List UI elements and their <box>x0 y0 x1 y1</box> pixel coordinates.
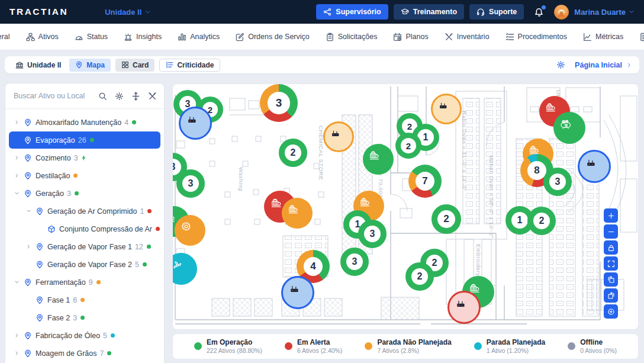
tree-item-fabricacao-de-oleo[interactable]: Fabricação de Óleo5 <box>9 327 160 344</box>
router-marker[interactable] <box>281 276 314 309</box>
chevron-down-icon[interactable] <box>12 191 21 196</box>
pin-icon <box>22 172 33 180</box>
tab-ativos[interactable]: Ativos <box>26 33 59 41</box>
bearing-marker[interactable] <box>175 215 205 246</box>
asset-group-marker[interactable]: 3 <box>176 169 205 198</box>
tab-metricas[interactable]: Métricas <box>583 33 623 41</box>
tree-item-evaporacao[interactable]: Evaporação26 <box>9 131 160 149</box>
router-marker[interactable] <box>323 121 354 152</box>
asset-group-marker[interactable]: 3 <box>543 168 572 196</box>
legend-item-parada-planejada: Parada Planejada1 Ativo (1.20%) <box>474 338 545 355</box>
unit-breadcrumb[interactable]: Unidade II <box>12 59 65 72</box>
tools-icon[interactable] <box>148 92 157 101</box>
tree-item-fase-2[interactable]: Fase 23 <box>9 309 160 326</box>
legend-item-em-alerta: Em Alerta6 Ativos (2.40%) <box>285 338 342 355</box>
asset-count: 6 <box>73 296 77 304</box>
chevron-down-icon <box>629 9 635 15</box>
tree-item-destilacao[interactable]: Destilação <box>9 167 160 184</box>
search-input[interactable] <box>12 91 92 101</box>
tree-item-geracao[interactable]: Geração3 <box>9 185 160 202</box>
settings-gear-icon[interactable] <box>556 60 565 69</box>
notifications-button[interactable] <box>534 7 545 17</box>
tab-visao-geral[interactable]: Visão Geral <box>0 33 10 41</box>
asset-count: 2 <box>432 258 437 268</box>
motor-icon <box>288 204 306 222</box>
asset-group-marker[interactable]: 2 <box>279 139 307 167</box>
tab-relatorios[interactable]: Relatórios <box>639 33 644 41</box>
crit-icon <box>166 61 173 69</box>
tab-ordens-de-servico[interactable]: Ordens de Serviço <box>236 33 310 41</box>
user-menu[interactable]: Marina Duarte <box>574 8 635 17</box>
router-marker[interactable] <box>447 291 481 324</box>
tab-analytics[interactable]: Analytics <box>178 33 220 41</box>
view-bar: Unidade II MapaCardCriticidade Página In… <box>5 56 639 73</box>
tree-item-conjunto-compressao-de-ar[interactable]: Conjunto Compressão de Ar <box>9 220 160 237</box>
tab-insights[interactable]: Insights <box>124 33 162 41</box>
view-toggle-card[interactable]: Card <box>115 59 154 72</box>
tree-item-cozimento[interactable]: Cozimento3 <box>9 149 160 166</box>
status-donut-marker[interactable]: 3 <box>260 84 298 122</box>
fan-marker[interactable] <box>172 253 197 285</box>
zoom-in-button[interactable] <box>604 208 618 223</box>
tab-status[interactable]: Status <box>75 33 108 41</box>
router-icon <box>289 284 307 301</box>
target-button[interactable] <box>604 304 618 319</box>
router-marker[interactable] <box>578 150 611 183</box>
lock-button[interactable] <box>604 240 618 255</box>
search-row <box>5 83 164 109</box>
asset-count: 26 <box>78 136 86 144</box>
chevron-right-icon[interactable] <box>12 155 21 160</box>
chevron-right-icon[interactable] <box>12 120 21 125</box>
unit-selector[interactable]: Unidade II <box>105 8 151 17</box>
router-icon <box>439 101 455 117</box>
fit-icon[interactable] <box>131 92 140 101</box>
map-toolbar <box>604 208 618 319</box>
status-donut-marker[interactable]: 7 <box>408 165 442 198</box>
chevron-down-icon[interactable] <box>12 280 21 285</box>
asset-group-marker[interactable]: 2 <box>405 262 434 291</box>
tree-item-moagem-de-graos[interactable]: Moagem de Grãos7 <box>9 345 160 362</box>
home-page-link[interactable]: Página Inicial <box>575 61 632 69</box>
chevron-right-icon[interactable] <box>24 244 33 249</box>
asset-group-marker[interactable]: 3 <box>340 248 369 276</box>
motor-marker[interactable] <box>363 144 394 175</box>
tree-item-almoxarifado-manutencao[interactable]: Almoxarifado Manutenção4 <box>9 114 160 131</box>
supervisorio-button[interactable]: Supervisório <box>316 4 388 20</box>
tab-inventario[interactable]: Inventário <box>445 33 490 41</box>
chevron-down-icon[interactable] <box>24 208 33 214</box>
router-marker[interactable] <box>179 107 212 140</box>
asset-group-marker[interactable]: 3 <box>358 220 387 248</box>
pin-icon <box>22 349 33 358</box>
suporte-button[interactable]: Suporte <box>469 4 524 20</box>
asset-group-marker[interactable]: 2 <box>527 207 556 235</box>
tree-item-fase-1[interactable]: Fase 16 <box>9 291 160 309</box>
rotate-cw-button[interactable] <box>604 288 618 303</box>
tree-item-geracao-de-vapor-fase-2[interactable]: Geração de Vapor Fase 25 <box>9 256 160 273</box>
motor-marker[interactable] <box>282 198 313 229</box>
search-icon[interactable] <box>98 92 107 101</box>
avatar[interactable] <box>554 5 569 20</box>
chevron-right-icon[interactable] <box>12 351 21 356</box>
tree-item-geracao-de-ar-comprimido[interactable]: Geração de Ar Comprimido1 <box>9 203 160 220</box>
compressor-marker[interactable] <box>553 112 585 144</box>
map-view[interactable]: WashingCHEMICAL STOREInput Area - 70,000… <box>172 83 639 330</box>
fullscreen-button[interactable] <box>604 256 618 271</box>
gear-icon[interactable] <box>115 92 124 101</box>
tab-planos[interactable]: Planos <box>393 33 428 41</box>
view-toggle-mapa[interactable]: Mapa <box>69 59 111 72</box>
router-marker[interactable] <box>431 94 462 124</box>
asset-group-marker[interactable]: 2 <box>432 204 461 234</box>
tree-item-ferramentacao[interactable]: Ferramentação9 <box>9 274 160 291</box>
tab-solicitacoes[interactable]: Solicitações <box>326 33 378 41</box>
grid-icon <box>121 61 129 69</box>
tab-procedimentos[interactable]: Procedimentos <box>505 33 567 41</box>
chevron-right-icon[interactable] <box>12 173 21 178</box>
tree-item-geracao-de-vapor-fase-1[interactable]: Geração de Vapor Fase 112 <box>9 238 160 255</box>
asset-count: 3 <box>352 256 358 267</box>
rotate-ccw-button[interactable] <box>604 272 618 287</box>
asset-group-marker[interactable]: 2 <box>395 133 421 159</box>
view-toggle-criticidade[interactable]: Criticidade <box>159 59 220 72</box>
chevron-right-icon[interactable] <box>12 333 21 338</box>
treinamento-button[interactable]: Treinamento <box>394 4 464 20</box>
zoom-out-button[interactable] <box>604 224 618 239</box>
